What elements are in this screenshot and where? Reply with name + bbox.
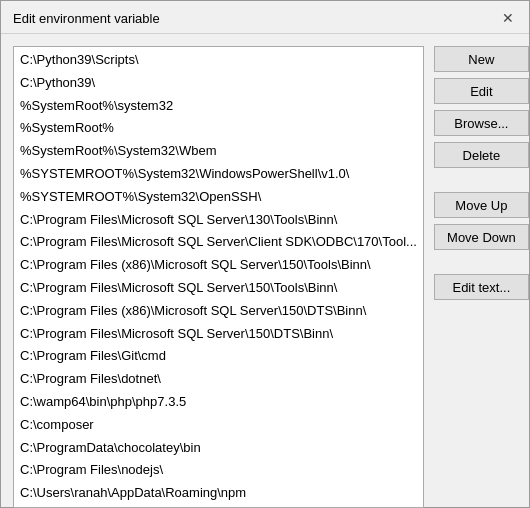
list-item[interactable]: C:\Program Files\dotnet\ (14, 368, 423, 391)
edit-env-dialog: Edit environment variable ✕ C:\Python39\… (0, 0, 530, 508)
new-button[interactable]: New (434, 46, 529, 72)
title-bar: Edit environment variable ✕ (1, 1, 529, 34)
list-item[interactable]: C:\Python39\ (14, 72, 423, 95)
list-item[interactable]: %SystemRoot% (14, 117, 423, 140)
delete-button[interactable]: Delete (434, 142, 529, 168)
dialog-title: Edit environment variable (13, 11, 160, 26)
move-down-button[interactable]: Move Down (434, 224, 529, 250)
list-item[interactable]: %SYSTEMROOT%\System32\OpenSSH\ (14, 186, 423, 209)
dialog-body: C:\Python39\Scripts\C:\Python39\%SystemR… (1, 34, 529, 508)
list-item[interactable]: C:\Program Files (x86)\Microsoft SQL Ser… (14, 300, 423, 323)
list-item[interactable]: C:\Python39\Scripts\ (14, 49, 423, 72)
browse-button[interactable]: Browse... (434, 110, 529, 136)
list-item[interactable]: C:\Program Files (x86)\Microsoft SQL Ser… (14, 254, 423, 277)
edit-button[interactable]: Edit (434, 78, 529, 104)
list-item[interactable]: C:\Program Files\Microsoft SQL Server\15… (14, 277, 423, 300)
path-list[interactable]: C:\Python39\Scripts\C:\Python39\%SystemR… (13, 46, 424, 508)
list-item[interactable]: C:\Program Files\Git\cmd (14, 345, 423, 368)
list-item[interactable]: %SystemRoot%\system32 (14, 95, 423, 118)
list-item[interactable]: C:\Program Files\Microsoft SQL Server\Cl… (14, 231, 423, 254)
list-item[interactable]: C:\Program Files\Microsoft SQL Server\13… (14, 209, 423, 232)
spacer1 (434, 174, 529, 186)
buttons-column: New Edit Browse... Delete Move Up Move D… (434, 46, 529, 508)
list-item[interactable]: C:\composer (14, 414, 423, 437)
spacer2 (434, 256, 529, 268)
move-up-button[interactable]: Move Up (434, 192, 529, 218)
list-item[interactable]: C:\Program Files\nodejs\ (14, 459, 423, 482)
list-item[interactable]: C:\wamp64\bin\php\php7.3.5 (14, 391, 423, 414)
list-item[interactable]: C:\ProgramData\chocolatey\bin (14, 437, 423, 460)
edit-text-button[interactable]: Edit text... (434, 274, 529, 300)
list-item[interactable]: C:\Program Files\Microsoft SQL Server\15… (14, 323, 423, 346)
list-area: C:\Python39\Scripts\C:\Python39\%SystemR… (13, 46, 424, 508)
list-item[interactable]: C:\Users\ranah\AppData\Roaming\npm (14, 482, 423, 505)
list-item[interactable]: %SystemRoot%\System32\Wbem (14, 140, 423, 163)
close-button[interactable]: ✕ (499, 9, 517, 27)
list-item[interactable]: %SYSTEMROOT%\System32\WindowsPowerShell\… (14, 163, 423, 186)
